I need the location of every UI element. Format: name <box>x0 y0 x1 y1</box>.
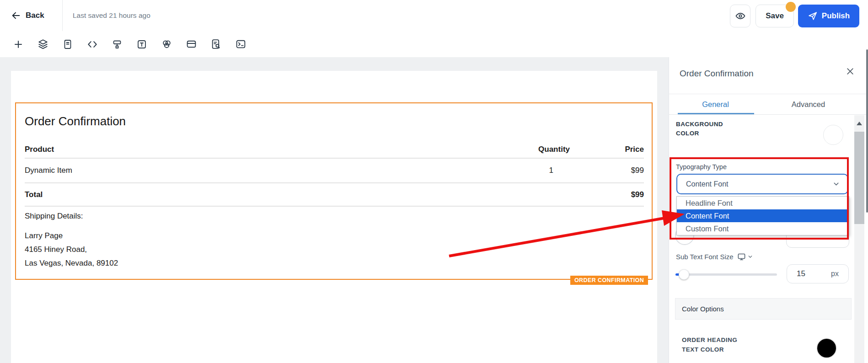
order-heading-text-color-label: ORDER HEADING TEXT COLOR <box>682 335 755 354</box>
font-size-unit: px <box>831 270 839 278</box>
font-size-value: 15 <box>797 269 805 278</box>
cell-product: Dynamic Item <box>25 166 497 175</box>
cell-price: $99 <box>570 166 644 175</box>
typography-type-label: Typography Type <box>676 163 727 171</box>
font-size-slider-thumb[interactable] <box>679 269 689 280</box>
back-button[interactable]: Back <box>11 0 44 31</box>
panel-title: Order Confirmation <box>680 69 754 79</box>
font-size-value-box[interactable]: 15 px <box>787 264 849 283</box>
panel-scrollbar-thumb[interactable] <box>854 132 864 224</box>
color-options-header: Color Options <box>675 298 852 320</box>
scroll-up-arrow-icon[interactable] <box>857 122 862 125</box>
order-confirmation-heading[interactable]: Order Confirmation <box>25 114 126 128</box>
window-scrollbar-thumb[interactable] <box>866 49 868 213</box>
order-table-total-row: Total $99 <box>25 183 644 207</box>
blend-circles-icon <box>161 38 172 50</box>
topbar-divider <box>62 0 63 31</box>
code-button[interactable] <box>86 38 98 50</box>
order-table-header-row: Product Quantity Price <box>25 141 644 159</box>
paint-roller-icon <box>112 39 123 50</box>
typography-selected-value: Content Font <box>686 180 729 188</box>
add-element-button[interactable] <box>12 38 24 50</box>
button-icon <box>186 38 197 50</box>
dropdown-option-headline-font[interactable]: Headline Font <box>677 197 849 209</box>
total-label: Total <box>25 190 497 199</box>
order-table[interactable]: Product Quantity Price Dynamic Item 1 $9… <box>25 141 644 207</box>
chevron-down-icon <box>747 254 753 260</box>
section-label-badge[interactable]: ORDER CONFIRMATION <box>570 276 648 285</box>
terminal-icon <box>235 38 246 50</box>
col-price: Price <box>570 145 644 154</box>
preview-button[interactable] <box>730 5 750 27</box>
shipping-details[interactable]: Shipping Details: Larry Page 4165 Hiney … <box>25 212 118 270</box>
back-arrow-icon <box>11 11 21 21</box>
order-heading-color-swatch[interactable] <box>816 338 837 358</box>
tab-general[interactable]: General <box>669 94 762 114</box>
code-icon <box>86 38 98 50</box>
shipping-title: Shipping Details: <box>25 212 118 221</box>
dropdown-option-content-font[interactable]: Content Font <box>677 209 849 222</box>
file-search-icon <box>210 38 222 50</box>
dropdown-option-custom-font[interactable]: Custom Font <box>677 222 849 235</box>
sub-text-font-size-row: Sub Text Font Size <box>676 252 753 261</box>
text-icon <box>136 39 147 50</box>
top-bar: Back Last saved 21 hours ago Save Publis… <box>0 0 868 32</box>
close-icon <box>846 67 855 76</box>
total-value: $99 <box>570 190 644 199</box>
shipping-line: Las Vegas, Nevada, 89102 <box>25 256 118 270</box>
file-text-icon <box>62 39 73 50</box>
shipping-line: 4165 Hiney Road, <box>25 243 118 256</box>
background-color-label: BACKGROUND COLOR <box>676 120 738 138</box>
button-element-button[interactable] <box>185 38 197 50</box>
panel-close-button[interactable] <box>844 65 856 77</box>
order-table-row: Dynamic Item 1 $99 <box>25 159 644 183</box>
seo-button[interactable] <box>210 38 222 50</box>
save-label: Save <box>766 11 784 21</box>
desktop-icon <box>737 252 746 261</box>
tab-advanced[interactable]: Advanced <box>762 94 855 114</box>
publish-label: Publish <box>822 11 850 21</box>
col-quantity: Quantity <box>497 145 570 154</box>
tabs-underline <box>669 114 868 115</box>
layers-icon <box>37 38 49 50</box>
eye-icon <box>735 11 746 21</box>
styles-button[interactable] <box>111 38 123 50</box>
typography-button[interactable] <box>136 38 148 50</box>
back-label: Back <box>26 11 44 20</box>
background-color-swatch[interactable] <box>823 125 843 145</box>
col-product: Product <box>25 145 497 154</box>
shipping-line: Larry Page <box>25 229 118 243</box>
colors-button[interactable] <box>161 38 172 50</box>
unsaved-changes-dot <box>786 2 796 12</box>
typography-dropdown-list: Headline Font Content Font Custom Font <box>676 196 849 235</box>
chevron-down-icon <box>832 180 840 188</box>
sub-text-font-size-label: Sub Text Font Size <box>676 253 734 261</box>
cell-quantity: 1 <box>497 166 570 175</box>
send-icon <box>808 11 818 21</box>
typography-type-select[interactable]: Content Font <box>676 174 848 194</box>
publish-button[interactable]: Publish <box>798 5 859 27</box>
layers-button[interactable] <box>37 38 49 50</box>
font-size-slider-track[interactable] <box>675 273 777 276</box>
panel-tabs: General Advanced <box>669 94 855 114</box>
plus-icon <box>13 39 24 50</box>
editor-toolbar: esther <box>0 31 868 58</box>
page-content-button[interactable] <box>62 38 74 50</box>
last-saved-text: Last saved 21 hours ago <box>73 0 150 31</box>
device-scope-selector[interactable] <box>737 252 753 261</box>
scripts-button[interactable] <box>235 38 246 50</box>
